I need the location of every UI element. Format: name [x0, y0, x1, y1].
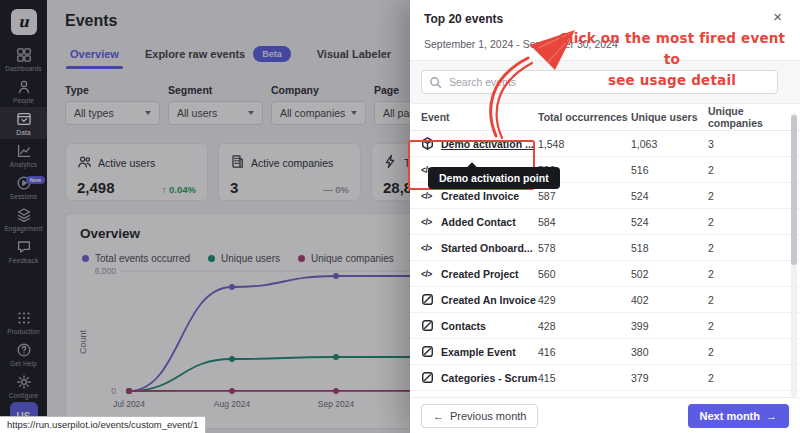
event-name[interactable]: Created An Invoice	[441, 294, 536, 306]
event-companies: 2	[708, 242, 800, 254]
event-cell: Demo activation ...	[421, 137, 538, 150]
event-cell: Categories - Scrum	[421, 371, 538, 384]
app-window: u DashboardsPeopleDataAnalyticsNewSessio…	[0, 0, 800, 433]
event-cell: </>Started Onboard...	[421, 242, 538, 254]
event-companies: 2	[708, 164, 800, 176]
event-users: 379	[631, 372, 708, 384]
code-icon: </>	[421, 243, 434, 253]
event-companies: 2	[708, 294, 800, 306]
event-name[interactable]: Created Invoice	[441, 190, 519, 202]
event-tooltip: Demo activation point	[428, 167, 560, 189]
events-table-header: EventTotal occurrencesUnique usersUnique…	[410, 104, 800, 131]
annotation-text: Click on the most fired event to see usa…	[552, 28, 792, 91]
event-cell: Contacts	[421, 319, 538, 332]
column-header-unique-users[interactable]: Unique users	[631, 111, 708, 123]
event-name[interactable]: Contacts	[441, 320, 486, 332]
event-cell: </>Created Project	[421, 268, 538, 280]
tag-icon	[421, 319, 434, 332]
scrollbar[interactable]	[791, 113, 797, 397]
event-users: 518	[631, 242, 708, 254]
search-icon	[429, 76, 442, 89]
browser-status-url: https://run.userpilot.io/events/custom_e…	[0, 416, 206, 433]
event-companies: 2	[708, 216, 800, 228]
arrow-right-icon: →	[766, 410, 777, 422]
event-users: 516	[631, 164, 708, 176]
annotation-line1: Click on the most fired event to	[552, 28, 792, 70]
event-name[interactable]: Demo activation ...	[441, 138, 534, 150]
column-header-unique-companies[interactable]: Unique companies	[708, 105, 800, 129]
table-row-added-contact[interactable]: </>Added Contact5845242	[410, 209, 800, 235]
event-users: 524	[631, 190, 708, 202]
event-occurrences: 1,548	[538, 138, 631, 150]
event-occurrences: 415	[538, 372, 631, 384]
event-name[interactable]: Started Onboard...	[441, 242, 533, 254]
event-companies: 2	[708, 372, 800, 384]
event-companies: 2	[708, 268, 800, 280]
event-companies: 2	[708, 320, 800, 332]
event-name[interactable]: Categories - Scrum	[441, 372, 537, 384]
event-occurrences: 429	[538, 294, 631, 306]
cube-icon	[421, 137, 434, 150]
event-occurrences: 587	[538, 190, 631, 202]
code-icon: </>	[421, 269, 434, 279]
event-users: 502	[631, 268, 708, 280]
event-companies: 2	[708, 346, 800, 358]
table-header-row: EventTotal occurrencesUnique usersUnique…	[410, 104, 800, 131]
event-name[interactable]: Example Event	[441, 346, 516, 358]
table-row-created-project[interactable]: </>Created Project5605022	[410, 261, 800, 287]
table-row-demo-activation[interactable]: Demo activation ...1,5481,0633	[410, 131, 800, 157]
panel-title: Top 20 events	[424, 12, 786, 26]
annotation-line2: see usage detail	[552, 70, 792, 91]
event-companies: 3	[708, 138, 800, 150]
event-occurrences: 560	[538, 268, 631, 280]
tag-icon	[421, 371, 434, 384]
event-occurrences: 584	[538, 216, 631, 228]
code-icon: </>	[421, 217, 434, 227]
table-row-started-onboard[interactable]: </>Started Onboard...5785182	[410, 235, 800, 261]
table-row-contacts[interactable]: Contacts4283992	[410, 313, 800, 339]
event-name[interactable]: Added Contact	[441, 216, 516, 228]
table-row-created-an-invoice[interactable]: Created An Invoice4294022	[410, 287, 800, 313]
table-row-example-event[interactable]: Example Event4163802	[410, 339, 800, 365]
event-cell: Example Event	[421, 345, 538, 358]
previous-month-button[interactable]: ← Previous month	[421, 404, 538, 428]
event-users: 380	[631, 346, 708, 358]
modal-dim-overlay	[0, 0, 412, 433]
event-occurrences: 428	[538, 320, 631, 332]
close-icon[interactable]: ×	[773, 9, 782, 24]
event-cell: Created An Invoice	[421, 293, 538, 306]
tag-icon	[421, 345, 434, 358]
event-users: 1,063	[631, 138, 708, 150]
event-name[interactable]: Created Project	[441, 268, 519, 280]
event-users: 524	[631, 216, 708, 228]
event-occurrences: 578	[538, 242, 631, 254]
column-header-event[interactable]: Event	[421, 111, 538, 123]
event-cell: </>Added Contact	[421, 216, 538, 228]
arrow-left-icon: ←	[433, 410, 444, 422]
event-occurrences: 416	[538, 346, 631, 358]
panel-footer: ← Previous month Next month →	[410, 397, 800, 433]
column-header-total-occurrences[interactable]: Total occurrences	[538, 111, 631, 123]
event-companies: 2	[708, 190, 800, 202]
scrollbar-thumb[interactable]	[791, 115, 797, 265]
tag-icon	[421, 293, 434, 306]
event-users: 402	[631, 294, 708, 306]
code-icon: </>	[421, 191, 434, 201]
table-row-categories-scrum[interactable]: Categories - Scrum4153792	[410, 365, 800, 391]
next-month-button[interactable]: Next month →	[688, 404, 790, 428]
event-cell: </>Created Invoice	[421, 190, 538, 202]
top-events-panel: Top 20 events × September 1, 2024 - Sept…	[410, 0, 800, 433]
event-users: 399	[631, 320, 708, 332]
